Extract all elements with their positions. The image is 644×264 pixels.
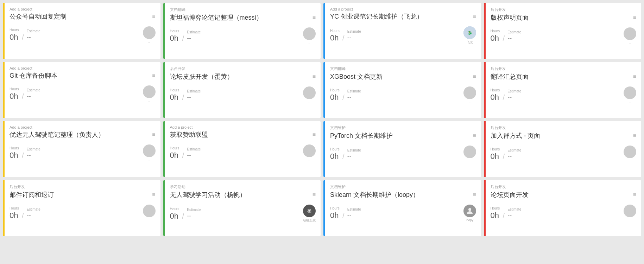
card-category: Add a project xyxy=(10,125,156,129)
hours-value: 0h xyxy=(330,211,340,220)
avatar xyxy=(463,205,476,217)
avatar: 🐉 xyxy=(463,26,476,39)
card-stats: Hours 0h / Estimate -- .. xyxy=(330,86,476,104)
estimate-value: -- xyxy=(187,35,201,42)
project-card-9: Add a project 优达无人驾驶笔记整理（负责人） ≡ Hours 0h… xyxy=(3,121,160,177)
menu-icon[interactable]: ≡ xyxy=(152,192,155,198)
hours-value: 0h xyxy=(10,33,19,42)
estimate-value: -- xyxy=(347,94,361,101)
divider: / xyxy=(503,93,505,102)
hours-label: Hours xyxy=(491,147,500,151)
menu-icon[interactable]: ≡ xyxy=(152,13,155,20)
estimate-value: -- xyxy=(347,34,361,41)
estimate-label: Estimate xyxy=(507,207,521,211)
avatar-area: 杨 杨帆起航 xyxy=(303,205,316,223)
avatar-area: .. xyxy=(143,26,156,44)
card-stats: Hours 0h / Estimate -- .. xyxy=(491,146,637,163)
hours-value: 0h xyxy=(170,34,179,43)
avatar-label: loopy xyxy=(466,218,474,222)
estimate-value: -- xyxy=(347,153,361,160)
divider: / xyxy=(503,152,505,161)
card-header: Sklearn 文档长期维护（loopy） ≡ xyxy=(330,191,476,199)
avatar-label: .. xyxy=(469,159,471,163)
menu-icon[interactable]: ≡ xyxy=(473,73,476,80)
card-header: 斯坦福博弈论笔记整理（messi） ≡ xyxy=(170,14,316,22)
avatar-label: .. xyxy=(629,159,631,163)
estimate-block: Estimate -- xyxy=(187,30,201,42)
card-title: 加入群方式 - 页面 xyxy=(491,132,633,140)
card-header: 加入群方式 - 页面 ≡ xyxy=(491,132,637,140)
avatar-label: .. xyxy=(148,218,150,222)
estimate-label: Estimate xyxy=(347,207,361,211)
card-title: 斯坦福博弈论笔记整理（messi） xyxy=(170,14,312,22)
estimate-label: Estimate xyxy=(187,208,201,212)
card-stats: Hours 0h / Estimate -- .. xyxy=(10,144,156,162)
hours-value: 0h xyxy=(330,152,340,161)
card-category: 文档维护 xyxy=(330,184,476,189)
menu-icon[interactable]: ≡ xyxy=(312,73,316,80)
hours-block: Hours 0h xyxy=(10,28,19,42)
avatar-area: .. xyxy=(303,27,316,45)
project-card-10: Add a project 获取赞助联盟 ≡ Hours 0h / Estima… xyxy=(163,121,321,177)
card-header: 翻译汇总页面 ≡ xyxy=(491,73,637,81)
estimate-block: Estimate -- xyxy=(507,148,521,160)
estimate-value: -- xyxy=(507,212,521,219)
menu-icon[interactable]: ≡ xyxy=(633,14,636,21)
avatar-area: .. xyxy=(624,86,636,104)
estimate-value: -- xyxy=(187,94,201,101)
avatar-area: .. xyxy=(303,86,316,104)
card-category: Add a project xyxy=(10,7,156,11)
menu-icon[interactable]: ≡ xyxy=(633,192,636,198)
estimate-block: Estimate -- xyxy=(27,147,40,159)
menu-icon[interactable]: ≡ xyxy=(152,131,155,138)
card-category: Add a project xyxy=(170,125,316,129)
hours-label: Hours xyxy=(330,147,340,151)
card-category: 后台开发 xyxy=(491,7,637,12)
card-category: Add a project xyxy=(10,66,156,70)
divider: / xyxy=(22,211,24,220)
estimate-label: Estimate xyxy=(507,148,521,152)
hours-block: Hours 0h xyxy=(491,88,500,102)
hours-block: Hours 0h xyxy=(170,207,179,221)
estimate-label: Estimate xyxy=(187,30,201,34)
hours-block: Hours 0h xyxy=(170,29,179,43)
menu-icon[interactable]: ≡ xyxy=(473,192,476,198)
menu-icon[interactable]: ≡ xyxy=(633,133,636,139)
divider: / xyxy=(22,151,24,160)
menu-icon[interactable]: ≡ xyxy=(633,73,636,80)
hours-block: Hours 0h xyxy=(330,88,340,102)
divider: / xyxy=(342,152,345,161)
estimate-value: -- xyxy=(347,212,361,219)
menu-icon[interactable]: ≡ xyxy=(473,133,476,139)
estimate-value: -- xyxy=(27,93,40,100)
menu-icon[interactable]: ≡ xyxy=(473,13,476,20)
project-card-12: 后台开发 加入群方式 - 页面 ≡ Hours 0h / Estimate --… xyxy=(484,121,642,177)
hours-value: 0h xyxy=(330,93,340,102)
divider: / xyxy=(503,211,505,220)
menu-icon[interactable]: ≡ xyxy=(312,131,316,138)
card-stats: Hours 0h / Estimate -- loopy xyxy=(330,205,476,222)
avatar-area: .. xyxy=(143,85,156,103)
avatar-label: .. xyxy=(629,218,631,222)
menu-icon[interactable]: ≡ xyxy=(312,192,316,198)
estimate-label: Estimate xyxy=(507,30,521,34)
menu-icon[interactable]: ≡ xyxy=(312,14,316,21)
card-header: YC 创业课笔记长期维护（飞龙） ≡ xyxy=(330,13,476,21)
hours-label: Hours xyxy=(330,29,340,33)
card-title: 无人驾驶学习活动（杨帆） xyxy=(170,191,312,199)
card-stats: Hours 0h / Estimate -- .. xyxy=(10,85,156,103)
card-header: 论坛皮肤开发（蛋黄） ≡ xyxy=(170,73,316,81)
avatar-label: 飞龙 xyxy=(467,40,473,45)
estimate-block: Estimate -- xyxy=(27,207,40,219)
estimate-block: Estimate -- xyxy=(27,29,40,41)
menu-icon[interactable]: ≡ xyxy=(152,72,155,79)
card-stats: Hours 0h / Estimate -- .. xyxy=(10,26,156,44)
card-category: 后台开发 xyxy=(170,66,316,71)
estimate-block: Estimate -- xyxy=(187,89,201,101)
avatar-area: 🐉 飞龙 xyxy=(463,26,476,45)
avatar xyxy=(303,27,316,40)
estimate-block: Estimate -- xyxy=(507,207,521,219)
avatar-label: .. xyxy=(308,158,310,162)
hours-block: Hours 0h xyxy=(10,206,19,220)
estimate-label: Estimate xyxy=(187,147,201,151)
